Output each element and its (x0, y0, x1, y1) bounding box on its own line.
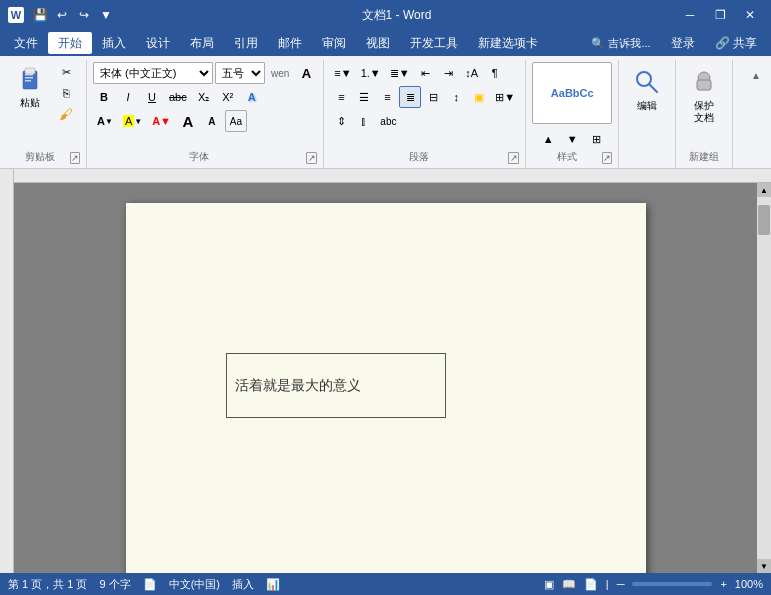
view-reading[interactable]: 📖 (562, 578, 576, 591)
zoom-level[interactable]: 100% (735, 578, 763, 590)
justify-button[interactable]: ≣ (399, 86, 421, 108)
bold-button[interactable]: B (93, 86, 115, 108)
clipboard-dialog-launcher[interactable]: ↗ (70, 152, 81, 164)
font-small-button[interactable]: A (201, 110, 223, 132)
styles-group: AaBbCc ▲ ▼ ⊞ 样式 ↗ (526, 60, 619, 168)
font-name-select[interactable]: 宋体 (中文正文) (93, 62, 213, 84)
restore-button[interactable]: ❐ (707, 4, 733, 26)
cut-button[interactable]: ✂ (52, 62, 80, 82)
para-spacing-button[interactable]: ⇕ (330, 110, 352, 132)
menu-search[interactable]: 🔍 吉诉我... (581, 32, 660, 54)
clear-format-button[interactable]: A (295, 62, 317, 84)
font-size-select[interactable]: 五号 (215, 62, 265, 84)
multilevel-button[interactable]: ≣▼ (386, 62, 414, 84)
line-spacing-button[interactable]: ↕ (445, 86, 467, 108)
styles-down-button[interactable]: ▼ (561, 128, 583, 150)
menu-share[interactable]: 🔗 共享 (705, 32, 767, 54)
menu-insert[interactable]: 插入 (92, 32, 136, 54)
chinese-justify-button[interactable]: ⊟ (422, 86, 444, 108)
borders-button[interactable]: ⊞▼ (491, 86, 519, 108)
window-controls: ─ ❐ ✕ (677, 4, 763, 26)
menu-mail[interactable]: 邮件 (268, 32, 312, 54)
vertical-scrollbar[interactable]: ▲ ▼ (757, 183, 771, 573)
font-dialog-launcher[interactable]: ↗ (306, 152, 317, 164)
align-left-button[interactable]: ≡ (330, 86, 352, 108)
show-marks-button[interactable]: ¶ (484, 62, 506, 84)
scroll-down-button[interactable]: ▼ (757, 559, 771, 573)
scroll-thumb[interactable] (758, 205, 770, 235)
styles-up-button[interactable]: ▲ (537, 128, 559, 150)
styles-expand-button[interactable]: ⊞ (585, 128, 607, 150)
text-box[interactable]: 活着就是最大的意义 (226, 353, 446, 418)
numbering-button[interactable]: 1.▼ (357, 62, 385, 84)
document-area: 活着就是最大的意义 (14, 183, 757, 573)
format-painter-button[interactable]: 🖌 (52, 104, 80, 124)
collapse-ribbon-button[interactable]: ▲ (745, 64, 767, 86)
svg-rect-8 (697, 80, 711, 90)
menu-login[interactable]: 登录 (661, 32, 705, 54)
columns-button[interactable]: ⫿ (353, 110, 375, 132)
font-label: 字体 (93, 150, 306, 166)
protect-document-button[interactable]: 保护文档 (682, 62, 726, 128)
menu-home[interactable]: 开始 (48, 32, 92, 54)
highlight-button[interactable]: A ▼ (119, 110, 146, 132)
zoom-slider[interactable] (632, 582, 712, 586)
font-color-row: A ▼ A ▼ A▼ A A Aa (93, 110, 247, 132)
format-painter-icon: 🖌 (59, 106, 73, 122)
superscript-button[interactable]: X² (217, 86, 239, 108)
menu-newtab[interactable]: 新建选项卡 (468, 32, 548, 54)
view-normal[interactable]: ▣ (544, 578, 554, 591)
zoom-in-button[interactable]: + (720, 578, 726, 590)
paste-button[interactable]: 粘贴 (10, 62, 50, 112)
font-color-button[interactable]: A ▼ (93, 110, 117, 132)
font-name-row: 宋体 (中文正文) 五号 wen A (93, 62, 317, 84)
text-effect-button[interactable]: A (241, 86, 263, 108)
find-button[interactable]: 编辑 (625, 62, 669, 116)
font-big-button[interactable]: A (177, 110, 199, 132)
insert-mode[interactable]: 插入 (232, 577, 254, 592)
paragraph-label: 段落 (330, 150, 508, 166)
title-bar-left: W 💾 ↩ ↪ ▼ (8, 5, 116, 25)
customize-button[interactable]: ▼ (96, 5, 116, 25)
italic-button[interactable]: I (117, 86, 139, 108)
menu-layout[interactable]: 布局 (180, 32, 224, 54)
view-page[interactable]: 📄 (584, 578, 598, 591)
paragraph-dialog-launcher[interactable]: ↗ (508, 152, 519, 164)
ruler-vertical (0, 169, 14, 573)
menu-references[interactable]: 引用 (224, 32, 268, 54)
subscript-button[interactable]: X₂ (193, 86, 215, 108)
close-button[interactable]: ✕ (737, 4, 763, 26)
title-bar: W 💾 ↩ ↪ ▼ 文档1 - Word ─ ❐ ✕ (0, 0, 771, 30)
menu-review[interactable]: 审阅 (312, 32, 356, 54)
sort-button[interactable]: ↕A (461, 62, 483, 84)
page-count[interactable]: 第 1 页，共 1 页 (8, 577, 87, 592)
bullets-button[interactable]: ≡▼ (330, 62, 355, 84)
abc-sort-button[interactable]: abc (376, 110, 400, 132)
increase-indent-button[interactable]: ⇥ (438, 62, 460, 84)
protect-group-label: 新建组 (682, 150, 726, 166)
menu-file[interactable]: 文件 (4, 32, 48, 54)
scroll-up-button[interactable]: ▲ (757, 183, 771, 197)
styles-gallery[interactable]: AaBbCc (532, 62, 612, 124)
menu-design[interactable]: 设计 (136, 32, 180, 54)
menu-devtools[interactable]: 开发工具 (400, 32, 468, 54)
language[interactable]: 中文(中国) (169, 577, 220, 592)
shading-button[interactable]: ▣ (468, 86, 490, 108)
undo-button[interactable]: ↩ (52, 5, 72, 25)
align-right-button[interactable]: ≡ (376, 86, 398, 108)
scroll-track[interactable] (757, 197, 771, 559)
strikethrough-button[interactable]: abc (165, 86, 191, 108)
redo-button[interactable]: ↪ (74, 5, 94, 25)
align-center-button[interactable]: ☰ (353, 86, 375, 108)
word-count: 9 个字 (99, 577, 130, 592)
font-color2-button[interactable]: A▼ (148, 110, 175, 132)
save-button[interactable]: 💾 (30, 5, 50, 25)
underline-button[interactable]: U (141, 86, 163, 108)
styles-dialog-launcher[interactable]: ↗ (602, 152, 613, 164)
menu-view[interactable]: 视图 (356, 32, 400, 54)
zoom-out-button[interactable]: ─ (617, 578, 625, 590)
decrease-indent-button[interactable]: ⇤ (415, 62, 437, 84)
change-case-button[interactable]: Aa (225, 110, 247, 132)
minimize-button[interactable]: ─ (677, 4, 703, 26)
copy-button[interactable]: ⎘ (52, 83, 80, 103)
